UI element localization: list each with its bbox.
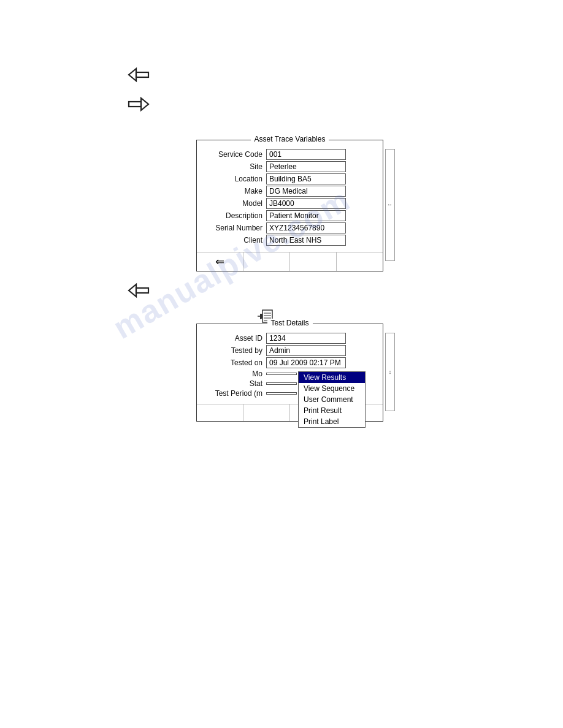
svg-marker-3 bbox=[141, 98, 148, 110]
value-model[interactable]: JB4000 bbox=[266, 198, 346, 209]
label-tested-by: Tested by bbox=[202, 346, 266, 355]
context-menu: View Results View Sequence User Comment … bbox=[298, 371, 366, 428]
label-asset-id: Asset ID bbox=[202, 334, 266, 343]
test-details-box: Test Details Asset ID 1234 Tested by Adm… bbox=[196, 324, 383, 422]
page: manualpive.com Asset Trace Variables Ser… bbox=[0, 0, 563, 728]
asset-scrollbar: ↕ bbox=[385, 149, 395, 261]
svg-rect-2 bbox=[129, 102, 141, 107]
field-serial-number: Serial Number XYZ1234567890 bbox=[202, 222, 378, 233]
asset-trace-box: Asset Trace Variables Service Code 001 S… bbox=[196, 140, 383, 271]
arrow-right-1[interactable] bbox=[128, 96, 150, 115]
value-serial-number[interactable]: XYZ1234567890 bbox=[266, 222, 346, 233]
label-serial-number: Serial Number bbox=[202, 224, 266, 232]
value-site[interactable]: Peterlee bbox=[266, 161, 346, 172]
value-service-code[interactable]: 001 bbox=[266, 149, 346, 160]
svg-rect-5 bbox=[136, 288, 148, 293]
test-btn1[interactable] bbox=[197, 404, 243, 421]
asset-footer: ⇐ bbox=[197, 252, 383, 271]
test-details-title: Test Details bbox=[267, 319, 312, 327]
label-model: Model bbox=[202, 199, 266, 208]
label-client: Client bbox=[202, 236, 266, 245]
menu-item-print-label[interactable]: Print Label bbox=[299, 416, 365, 427]
value-tested-by[interactable]: Admin bbox=[266, 345, 346, 356]
value-test-period[interactable] bbox=[266, 392, 297, 395]
field-site: Site Peterlee bbox=[202, 161, 378, 172]
field-tested-on: Tested on 09 Jul 2009 02:17 PM bbox=[202, 357, 378, 368]
menu-item-view-results[interactable]: View Results bbox=[299, 372, 365, 383]
label-location: Location bbox=[202, 175, 266, 183]
field-asset-id: Asset ID 1234 bbox=[202, 333, 378, 344]
menu-item-view-sequence[interactable]: View Sequence bbox=[299, 383, 365, 394]
label-make: Make bbox=[202, 187, 266, 195]
svg-rect-1 bbox=[136, 72, 148, 77]
value-stat[interactable] bbox=[266, 382, 297, 385]
label-service-code: Service Code bbox=[202, 150, 266, 159]
value-location[interactable]: Building BA5 bbox=[266, 173, 346, 184]
label-site: Site bbox=[202, 162, 266, 171]
arrow-left-2[interactable] bbox=[128, 282, 150, 301]
field-tested-by: Tested by Admin bbox=[202, 345, 378, 356]
asset-trace-fields: Service Code 001 Site Peterlee Location … bbox=[197, 140, 383, 249]
svg-marker-0 bbox=[129, 69, 136, 81]
menu-item-print-result[interactable]: Print Result bbox=[299, 405, 365, 416]
field-description: Description Patient Monitor bbox=[202, 210, 378, 221]
menu-item-user-comment[interactable]: User Comment bbox=[299, 394, 365, 405]
field-location: Location Building BA5 bbox=[202, 173, 378, 184]
asset-back-button[interactable]: ⇐ bbox=[197, 252, 243, 271]
svg-marker-4 bbox=[129, 284, 136, 297]
test-scrollbar: ↕ bbox=[385, 333, 395, 411]
field-service-code: Service Code 001 bbox=[202, 149, 378, 160]
field-model: Model JB4000 bbox=[202, 198, 378, 209]
value-make[interactable]: DG Medical bbox=[266, 186, 346, 197]
value-description[interactable]: Patient Monitor bbox=[266, 210, 346, 221]
asset-trace-title: Asset Trace Variables bbox=[251, 135, 329, 143]
test-details-fields: Asset ID 1234 Tested by Admin Tested on … bbox=[197, 324, 383, 401]
asset-btn2[interactable] bbox=[243, 252, 290, 271]
scrollbar-label: ↕ bbox=[387, 203, 393, 207]
label-mo: Mo bbox=[202, 370, 266, 378]
value-asset-id[interactable]: 1234 bbox=[266, 333, 346, 344]
field-mo: Mo View Results View Sequence User Comme… bbox=[202, 370, 378, 378]
value-client[interactable]: North East NHS bbox=[266, 235, 346, 246]
field-client: Client North East NHS bbox=[202, 235, 378, 246]
value-tested-on[interactable]: 09 Jul 2009 02:17 PM bbox=[266, 357, 346, 368]
label-stat: Stat bbox=[202, 379, 266, 388]
label-tested-on: Tested on bbox=[202, 358, 266, 367]
asset-btn3[interactable] bbox=[290, 252, 337, 271]
label-description: Description bbox=[202, 211, 266, 220]
field-make: Make DG Medical bbox=[202, 186, 378, 197]
arrow-left-1[interactable] bbox=[128, 66, 150, 85]
test-scrollbar-label: ↕ bbox=[389, 369, 392, 375]
value-mo[interactable] bbox=[266, 373, 297, 375]
label-test-period: Test Period (m bbox=[202, 389, 266, 398]
asset-btn4[interactable] bbox=[337, 252, 383, 271]
test-btn2[interactable] bbox=[243, 404, 290, 421]
